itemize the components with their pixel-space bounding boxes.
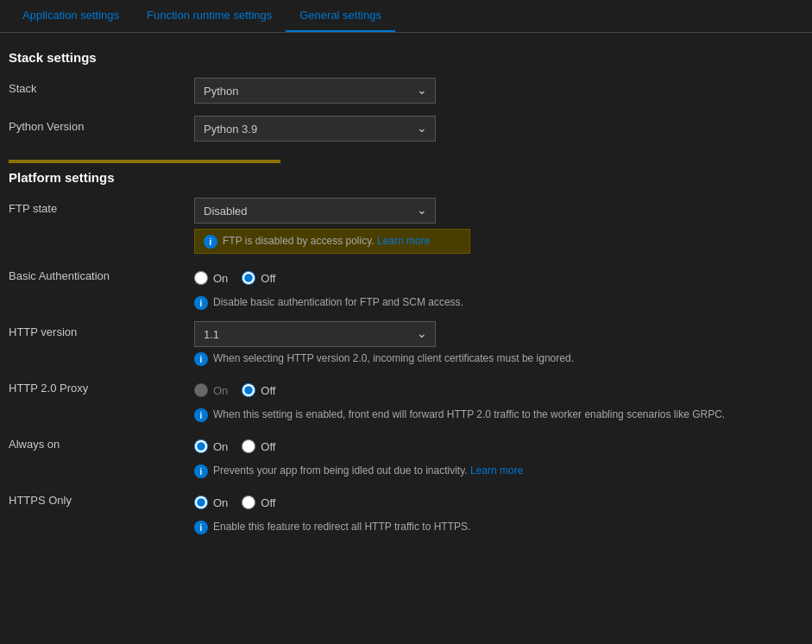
- http-proxy-on-label: On: [213, 384, 228, 397]
- https-only-label: HTTPS Only: [9, 489, 194, 507]
- stack-settings-heading: Stack settings: [9, 50, 798, 65]
- tab-application-settings[interactable]: Application settings: [9, 0, 133, 32]
- https-only-info-text: Enable this feature to redirect all HTTP…: [213, 520, 470, 534]
- platform-settings-section: Platform settings FTP state Disabled Ftp…: [9, 160, 798, 534]
- https-only-on-label: On: [213, 496, 228, 509]
- stack-label: Stack: [9, 77, 194, 95]
- python-version-label: Python Version: [9, 115, 194, 133]
- http-proxy-info-text: When this setting is enabled, front end …: [213, 407, 725, 422]
- always-on-on-radio[interactable]: [194, 439, 208, 453]
- https-only-on-option[interactable]: On: [194, 496, 228, 509]
- basic-auth-off-option[interactable]: Off: [242, 271, 275, 285]
- python-version-setting-row: Python Version Python 3.11 Python 3.10 P…: [9, 115, 798, 142]
- https-only-control: On Off i Enable this feature to redirect…: [194, 489, 798, 534]
- python-version-select[interactable]: Python 3.11 Python 3.10 Python 3.9 Pytho…: [194, 116, 436, 142]
- http-proxy-off-option[interactable]: Off: [242, 383, 275, 397]
- http-proxy-label: HTTP 2.0 Proxy: [9, 376, 194, 395]
- always-on-control: On Off i Prevents your app from being id…: [194, 432, 798, 478]
- https-only-radio-group: On Off: [194, 489, 798, 516]
- http-proxy-on-radio[interactable]: [194, 383, 208, 397]
- always-on-info-row: i Prevents your app from being idled out…: [194, 464, 798, 478]
- https-only-off-option[interactable]: Off: [242, 496, 275, 509]
- always-on-off-option[interactable]: Off: [242, 439, 275, 453]
- always-on-off-label: Off: [261, 440, 275, 453]
- basic-auth-off-radio[interactable]: [242, 271, 255, 285]
- always-on-on-label: On: [213, 440, 228, 453]
- ftp-warning-bar: i FTP is disabled by access policy. Lear…: [194, 229, 470, 254]
- stack-select-wrapper: Python .NET Node.js Java PowerShell Core: [194, 78, 436, 104]
- always-on-radio-group: On Off: [194, 432, 798, 460]
- https-only-info-row: i Enable this feature to redirect all HT…: [194, 520, 798, 534]
- basic-auth-radio-group: On Off: [194, 264, 798, 292]
- ftp-state-label: FTP state: [9, 197, 194, 215]
- ftp-learn-more-link[interactable]: Learn more: [377, 235, 430, 247]
- ftp-state-row: FTP state Disabled FtpsOnly AllAllowed i…: [9, 197, 798, 254]
- ftp-state-control-row: Disabled FtpsOnly AllAllowed: [194, 197, 798, 224]
- basic-auth-label: Basic Authentication: [9, 264, 194, 282]
- ftp-state-select-wrapper: Disabled FtpsOnly AllAllowed: [194, 198, 436, 224]
- always-on-learn-more-link[interactable]: Learn more: [470, 464, 523, 477]
- ftp-warning-text: FTP is disabled by access policy. Learn …: [223, 234, 430, 249]
- stack-setting-row: Stack Python .NET Node.js Java PowerShel…: [9, 77, 798, 104]
- https-only-off-label: Off: [261, 496, 275, 509]
- http-proxy-off-radio[interactable]: [242, 383, 255, 397]
- stack-control: Python .NET Node.js Java PowerShell Core: [194, 77, 798, 104]
- http-proxy-row: HTTP 2.0 Proxy On Off i When this settin…: [9, 376, 798, 422]
- tabs-bar: Application settings Function runtime se…: [0, 0, 812, 33]
- https-only-info-icon: i: [194, 521, 208, 534]
- basic-auth-info-text: Disable basic authentication for FTP and…: [213, 295, 463, 310]
- http-version-select-wrapper: 1.1 2.0: [194, 321, 436, 347]
- stack-select[interactable]: Python .NET Node.js Java PowerShell Core: [194, 78, 436, 104]
- tab-general-settings[interactable]: General settings: [286, 0, 395, 32]
- always-on-info-text: Prevents your app from being idled out d…: [213, 464, 523, 478]
- platform-bar-accent: [9, 160, 280, 163]
- http-proxy-radio-group: On Off: [194, 376, 798, 404]
- http-version-label: HTTP version: [9, 320, 194, 338]
- tab-function-runtime-settings[interactable]: Function runtime settings: [133, 0, 286, 32]
- http-version-row: HTTP version 1.1 2.0 i When selecting HT…: [9, 320, 798, 366]
- http-version-control: 1.1 2.0 i When selecting HTTP version 2.…: [194, 320, 798, 366]
- ftp-state-select[interactable]: Disabled FtpsOnly AllAllowed: [194, 198, 436, 224]
- python-version-control-row: Python 3.11 Python 3.10 Python 3.9 Pytho…: [194, 115, 798, 142]
- basic-auth-on-label: On: [213, 272, 228, 285]
- always-on-on-option[interactable]: On: [194, 439, 228, 453]
- http-version-info-row: i When selecting HTTP version 2.0, incom…: [194, 351, 798, 366]
- ftp-state-control: Disabled FtpsOnly AllAllowed i FTP is di…: [194, 197, 798, 254]
- http-proxy-info-icon: i: [194, 408, 208, 422]
- python-version-select-wrapper: Python 3.11 Python 3.10 Python 3.9 Pytho…: [194, 116, 436, 142]
- basic-auth-info-row: i Disable basic authentication for FTP a…: [194, 295, 798, 310]
- http-version-info-text: When selecting HTTP version 2.0, incomin…: [213, 351, 574, 366]
- http-proxy-control: On Off i When this setting is enabled, f…: [194, 376, 798, 422]
- http-version-info-icon: i: [194, 352, 208, 366]
- always-on-off-radio[interactable]: [242, 439, 255, 453]
- basic-auth-info-icon: i: [194, 296, 208, 310]
- platform-settings-heading: Platform settings: [9, 170, 798, 185]
- basic-auth-row: Basic Authentication On Off i Disable ba…: [9, 264, 798, 310]
- stack-control-row: Python .NET Node.js Java PowerShell Core: [194, 77, 798, 104]
- https-only-row: HTTPS Only On Off i Enable this feature …: [9, 489, 798, 534]
- http-proxy-on-option[interactable]: On: [194, 383, 228, 397]
- ftp-info-icon: i: [204, 235, 217, 249]
- main-content: Stack settings Stack Python .NET Node.js…: [0, 33, 812, 559]
- https-only-on-radio[interactable]: [194, 496, 208, 509]
- always-on-info-icon: i: [194, 464, 208, 478]
- basic-auth-on-radio[interactable]: [194, 271, 208, 285]
- http-version-select[interactable]: 1.1 2.0: [194, 321, 436, 347]
- http-version-control-row: 1.1 2.0: [194, 320, 798, 348]
- https-only-off-radio[interactable]: [242, 496, 255, 509]
- python-version-control: Python 3.11 Python 3.10 Python 3.9 Pytho…: [194, 115, 798, 142]
- always-on-row: Always on On Off i Prevents your app fr: [9, 432, 798, 478]
- always-on-label: Always on: [9, 432, 194, 451]
- basic-auth-on-option[interactable]: On: [194, 271, 228, 285]
- stack-settings-section: Stack settings Stack Python .NET Node.js…: [9, 50, 798, 142]
- http-proxy-off-label: Off: [261, 384, 275, 397]
- basic-auth-off-label: Off: [261, 272, 275, 285]
- http-proxy-info-row: i When this setting is enabled, front en…: [194, 407, 798, 422]
- basic-auth-control: On Off i Disable basic authentication fo…: [194, 264, 798, 310]
